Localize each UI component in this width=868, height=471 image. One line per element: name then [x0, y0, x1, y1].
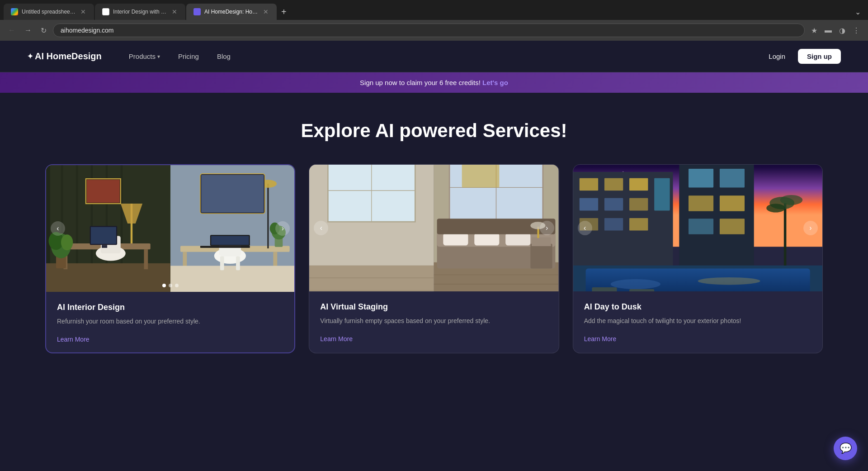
- svg-rect-89: [604, 218, 623, 231]
- svg-point-106: [766, 204, 785, 212]
- card-title-3: AI Day to Dusk: [584, 302, 811, 312]
- nav-products-label: Products: [129, 52, 156, 60]
- carousel-dots-1: [162, 284, 179, 287]
- browser-tab-1[interactable]: Untitled spreadsheet – Goo... ✕: [4, 4, 94, 20]
- svg-rect-20: [91, 227, 116, 244]
- back-button[interactable]: ←: [5, 24, 18, 36]
- tab-close-3[interactable]: ✕: [262, 7, 269, 16]
- svg-rect-65: [475, 233, 500, 246]
- cards-grid: ‹ › AI Interior Design Refurnish your ro…: [45, 164, 823, 353]
- svg-rect-33: [267, 184, 269, 248]
- carousel-prev-2[interactable]: ‹: [314, 221, 328, 235]
- carousel-next-1[interactable]: ›: [275, 221, 290, 236]
- svg-rect-31: [220, 257, 224, 271]
- svg-rect-69: [532, 238, 551, 246]
- tab-close-2[interactable]: ✕: [171, 7, 178, 16]
- card-image-container-2: ‹ ›: [309, 165, 558, 291]
- page-title: Explore AI powered Services!: [45, 120, 823, 142]
- carousel-prev-1[interactable]: ‹: [51, 221, 65, 236]
- card-interior-design: ‹ › AI Interior Design Refurnish your ro…: [45, 164, 295, 353]
- svg-rect-66: [505, 233, 530, 246]
- nav-products[interactable]: Products ▾: [129, 52, 160, 60]
- svg-rect-86: [629, 198, 648, 211]
- banner-text: Sign up now to claim your 6 free credits…: [360, 79, 481, 86]
- new-tab-button[interactable]: +: [278, 5, 290, 19]
- svg-point-18: [61, 234, 73, 250]
- reload-button[interactable]: ↻: [38, 24, 49, 37]
- svg-rect-10: [144, 249, 148, 269]
- svg-rect-83: [629, 178, 648, 191]
- svg-rect-92: [689, 169, 713, 187]
- svg-rect-99: [585, 269, 810, 291]
- svg-rect-72: [462, 165, 500, 187]
- nav-blog[interactable]: Blog: [217, 52, 231, 60]
- tab-overflow-button[interactable]: ⌄: [851, 6, 864, 18]
- logo-star-icon: ✦: [27, 52, 33, 61]
- browser-tab-bar: Untitled spreadsheet – Goo... ✕ Interior…: [0, 0, 868, 20]
- card-footer-2: Learn More: [309, 330, 558, 343]
- card-desc-2: Virtually furnish empty spaces based on …: [320, 316, 547, 326]
- chat-button[interactable]: 💬: [834, 437, 857, 460]
- svg-rect-81: [579, 178, 598, 191]
- card-footer-3: Learn More: [573, 330, 822, 343]
- address-text: aihomedesign.com: [61, 27, 114, 34]
- tab-title-3: AI HomeDesign: House Desig...: [204, 9, 259, 15]
- tab-title-1: Untitled spreadsheet – Goo...: [22, 9, 76, 15]
- banner-link[interactable]: Let's go: [482, 79, 508, 86]
- site-logo[interactable]: ✦ AI HomeDesign: [27, 51, 102, 62]
- card-desc-3: Add the magical touch of twilight to you…: [584, 316, 811, 326]
- svg-rect-87: [654, 178, 670, 211]
- svg-rect-94: [689, 195, 713, 211]
- learn-more-1[interactable]: Learn More: [57, 336, 90, 343]
- carousel-next-3[interactable]: ›: [803, 221, 818, 235]
- svg-rect-90: [629, 218, 648, 231]
- menu-button[interactable]: ⋮: [850, 24, 863, 37]
- forward-button[interactable]: →: [22, 24, 34, 36]
- site-nav: Products ▾ Pricing Blog: [129, 52, 761, 60]
- svg-rect-32: [236, 257, 240, 271]
- browser-tab-2[interactable]: Interior Design with Genera... ✕: [95, 4, 185, 20]
- tab-close-1[interactable]: ✕: [80, 7, 87, 16]
- tab-favicon-2: [102, 8, 109, 15]
- site-header: ✦ AI HomeDesign Products ▾ Pricing Blog …: [0, 41, 868, 72]
- card-desc-1: Refurnish your room based on your prefer…: [57, 317, 283, 326]
- extension-button[interactable]: ▬: [822, 24, 835, 36]
- tab-title-2: Interior Design with Genera...: [113, 9, 167, 15]
- staging-image: [309, 165, 558, 291]
- login-button[interactable]: Login: [761, 49, 793, 64]
- svg-rect-108: [629, 289, 654, 291]
- svg-rect-64: [443, 233, 468, 246]
- card-body-2: AI Virtual Staging Virtually furnish emp…: [309, 291, 558, 330]
- tab-favicon-3: [193, 8, 201, 15]
- svg-rect-107: [592, 287, 617, 291]
- address-bar[interactable]: aihomedesign.com: [53, 24, 805, 37]
- learn-more-2[interactable]: Learn More: [320, 335, 353, 343]
- svg-rect-93: [720, 169, 745, 187]
- svg-rect-85: [604, 198, 623, 211]
- card-body-1: AI Interior Design Refurnish your room b…: [46, 292, 294, 331]
- svg-point-101: [698, 277, 760, 285]
- toolbar-actions: ★ ▬ ◑ ⋮: [808, 24, 863, 37]
- interior-design-image: [46, 165, 294, 292]
- bookmark-button[interactable]: ★: [808, 24, 820, 37]
- svg-rect-68: [531, 243, 552, 268]
- learn-more-3[interactable]: Learn More: [584, 335, 617, 343]
- svg-rect-45: [309, 266, 434, 291]
- profile-button[interactable]: ◑: [836, 24, 848, 37]
- card-image-container-3: ‹ ›: [573, 165, 822, 291]
- card-title-1: AI Interior Design: [57, 303, 283, 312]
- svg-point-100: [610, 279, 660, 289]
- promo-banner: Sign up now to claim your 6 free credits…: [0, 72, 868, 93]
- browser-tab-3[interactable]: AI HomeDesign: House Desig... ✕: [186, 4, 277, 20]
- svg-rect-82: [604, 178, 623, 191]
- card-day-to-dusk: ‹ › AI Day to Dusk Add the magical touch…: [573, 164, 823, 353]
- header-actions: Login Sign up: [761, 49, 841, 64]
- nav-pricing-label: Pricing: [178, 52, 199, 60]
- card-body-3: AI Day to Dusk Add the magical touch of …: [573, 291, 822, 330]
- carousel-prev-3[interactable]: ‹: [578, 221, 592, 235]
- chevron-down-icon: ▾: [157, 53, 160, 60]
- nav-pricing[interactable]: Pricing: [178, 52, 199, 60]
- signup-button[interactable]: Sign up: [798, 49, 841, 64]
- carousel-next-2[interactable]: ›: [540, 221, 554, 235]
- svg-rect-23: [87, 180, 120, 203]
